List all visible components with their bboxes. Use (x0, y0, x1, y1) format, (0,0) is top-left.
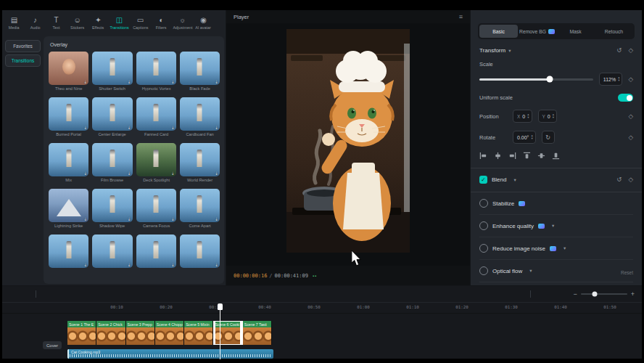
scale-slider[interactable] (479, 78, 593, 81)
transition-item[interactable]: ⇣ Fanned Card (136, 97, 176, 136)
player-stage[interactable] (226, 23, 470, 266)
category-item[interactable] (2, 83, 44, 89)
download-icon[interactable]: ⇣ (127, 216, 131, 221)
step-down-icon[interactable]: ▾ (531, 137, 532, 140)
timeline-ruler[interactable]: 00:1000:2000:3000:4000:5001:0001:1001:20… (2, 302, 642, 314)
top-nav-item[interactable]: ♪ Audio (25, 16, 46, 30)
chevron-down-icon[interactable]: ▾ (552, 223, 554, 229)
transition-item[interactable]: ⇣ Black Fade (180, 52, 220, 91)
timeline-tool-icon[interactable] (36, 290, 36, 298)
section-checkbox[interactable] (479, 199, 488, 208)
align-center-vertical-icon[interactable] (537, 152, 545, 160)
transition-item[interactable]: ⇣ Theo and Nine (49, 52, 88, 91)
transition-item[interactable]: ⇣ Lightning Strike (49, 189, 88, 228)
video-preview[interactable] (286, 29, 410, 253)
category-item[interactable] (2, 112, 44, 118)
download-icon[interactable]: ⇣ (171, 171, 175, 176)
transition-item[interactable]: ⇣ Deck Spotlight (136, 143, 176, 182)
transitions-group-header[interactable]: Overlay (50, 42, 220, 47)
transition-item[interactable]: ⇣ (136, 234, 176, 269)
position-y-stepper[interactable]: Y 0 ▴▾ (538, 110, 558, 123)
category-item[interactable] (2, 94, 44, 100)
clip-thumbnail-strip[interactable] (213, 327, 242, 345)
transition-thumbnail[interactable]: ⇣ (136, 52, 176, 85)
top-nav-item[interactable]: ☺ Stickers (67, 16, 88, 30)
keyframe-diamond-icon[interactable]: ◇ (628, 76, 633, 83)
step-down-icon[interactable]: ▾ (553, 116, 554, 119)
video-clip[interactable]: Scene 7 Tasti (243, 321, 272, 345)
sidebar-transitions[interactable]: Transitions (5, 54, 41, 67)
transition-thumbnail[interactable]: ⇣ (49, 189, 88, 222)
clip-thumbnail-strip[interactable] (155, 327, 183, 345)
download-icon[interactable]: ⇣ (215, 171, 218, 176)
transition-item[interactable]: ⇣ World Render (180, 143, 220, 182)
download-icon[interactable]: ⇣ (215, 79, 218, 84)
download-icon[interactable]: ⇣ (171, 216, 175, 221)
transition-thumbnail[interactable]: ⇣ (136, 234, 176, 268)
transition-item[interactable]: ⇣ Camera Focus (136, 189, 176, 228)
reset-button[interactable]: Reset (621, 270, 633, 275)
player-menu-icon[interactable]: ≡ (459, 13, 463, 20)
transition-thumbnail[interactable]: ⇣ (49, 234, 88, 268)
download-icon[interactable]: ⇣ (127, 262, 131, 267)
transition-item[interactable]: ⇣ Hypnotic Vortex (136, 52, 176, 91)
download-icon[interactable]: ⇣ (171, 79, 175, 84)
scale-slider-knob[interactable] (547, 76, 553, 83)
section-checkbox[interactable] (479, 221, 488, 230)
align-center-horizontal-icon[interactable] (494, 152, 502, 160)
position-x-stepper[interactable]: X 0 ▴▾ (513, 110, 532, 123)
transition-thumbnail[interactable]: ⇣ (180, 97, 220, 131)
top-nav-item[interactable]: ◉ AI avatar (193, 16, 214, 30)
download-icon[interactable]: ⇣ (83, 79, 87, 84)
keyframe-diamond-icon[interactable]: ◇ (628, 176, 633, 183)
video-clip[interactable]: Scene 3 Prepp (126, 321, 155, 345)
clip-thumbnail-strip[interactable] (243, 327, 271, 345)
reset-icon[interactable]: ↺ (616, 47, 622, 54)
transition-item[interactable]: ⇣ Burned Portal (49, 97, 88, 136)
transition-thumbnail[interactable]: ⇣ (180, 189, 220, 222)
transition-thumbnail[interactable]: ⇣ (49, 143, 88, 176)
video-clip[interactable]: Scene 6 Cooki (213, 321, 242, 345)
keyframe-diamond-icon[interactable]: ◇ (628, 113, 633, 120)
transition-item[interactable]: ⇣ (49, 234, 88, 269)
keyframe-diamond-icon[interactable]: ◇ (628, 134, 633, 141)
transition-item[interactable]: ⇣ Shadow Wipe (92, 189, 132, 228)
category-item[interactable] (2, 106, 44, 112)
keyframe-diamond-icon[interactable]: ◇ (628, 47, 633, 54)
effect-section-row[interactable]: Enhance quality ▾ (479, 215, 633, 237)
cover-button[interactable]: Cover (43, 341, 62, 349)
timeline-playhead[interactable] (220, 303, 220, 359)
video-clip[interactable]: Scene 2 Chick (96, 321, 125, 345)
category-item[interactable] (2, 100, 44, 106)
scale-value-stepper[interactable]: 112% ▴▾ (599, 73, 623, 86)
transition-thumbnail[interactable]: ⇣ (180, 143, 220, 176)
top-nav-item[interactable]: ◫ Transitions (109, 16, 130, 30)
inspector-subtab[interactable]: Remove BG (518, 25, 556, 38)
download-icon[interactable]: ⇣ (127, 79, 131, 84)
video-clip[interactable]: Scene 5 Mixin (184, 321, 213, 345)
inspector-subtab[interactable]: Mask (556, 25, 595, 38)
inspector-subtab[interactable]: Basic (479, 25, 518, 38)
category-item[interactable] (2, 71, 44, 77)
transition-thumbnail[interactable]: ⇣ (92, 189, 132, 222)
uniform-scale-toggle[interactable] (618, 94, 633, 102)
transition-thumbnail[interactable]: ⇣ (49, 52, 88, 85)
download-icon[interactable]: ⇣ (215, 216, 218, 221)
download-icon[interactable]: ⇣ (215, 262, 218, 267)
video-clip[interactable]: Scene 1 The E (67, 321, 96, 345)
download-icon[interactable]: ⇣ (83, 125, 87, 130)
download-icon[interactable]: ⇣ (171, 262, 175, 267)
timeline-option-icon[interactable] (530, 290, 531, 298)
transition-thumbnail[interactable]: ⇣ (49, 97, 88, 131)
category-item[interactable] (2, 118, 44, 123)
transition-item[interactable]: ⇣ Come Apart (180, 189, 220, 228)
top-nav-item[interactable]: T Text (46, 16, 67, 30)
section-checkbox[interactable] (479, 266, 488, 275)
transition-thumbnail[interactable]: ⇣ (92, 52, 132, 85)
sidebar-favorites[interactable]: Favorites (5, 40, 41, 52)
reset-icon[interactable]: ↺ (616, 176, 622, 183)
chevron-down-icon[interactable]: ▾ (508, 48, 511, 54)
download-icon[interactable]: ⇣ (127, 125, 131, 130)
align-bottom-icon[interactable] (552, 152, 560, 160)
step-down-icon[interactable]: ▾ (618, 79, 619, 82)
